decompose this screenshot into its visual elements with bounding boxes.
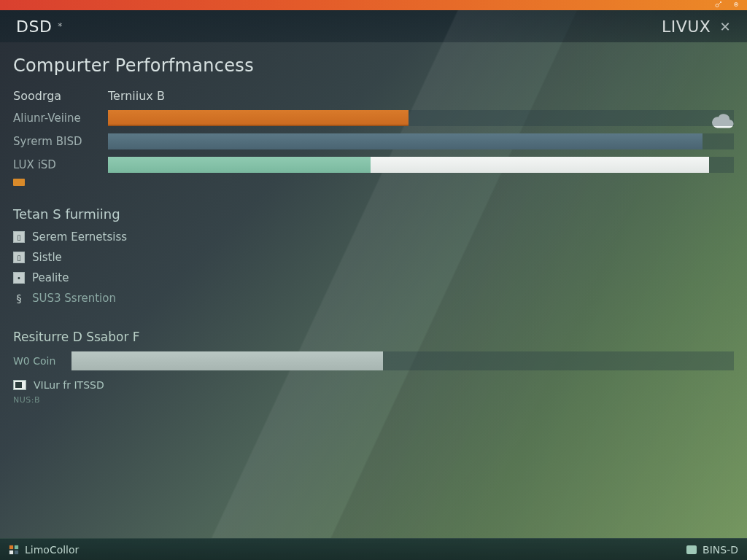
svg-rect-6: [15, 550, 18, 553]
tab-label: DSD: [16, 18, 52, 36]
dot-icon: •: [13, 272, 25, 284]
resource-title: Resiturre D Ssabor F: [13, 330, 734, 344]
tab-dsd[interactable]: DSD*: [10, 15, 69, 39]
perf-row-label: Syrerm BISD: [13, 135, 108, 148]
statusbar-right[interactable]: BINS-D: [686, 544, 738, 556]
list-item[interactable]: • Pealite: [13, 271, 734, 284]
statusbar-right-label: BINS-D: [703, 544, 738, 556]
app-icon: ▯: [13, 231, 25, 243]
resource-tiny-caption: NUS:B: [13, 395, 734, 405]
perf-bar-1: [108, 133, 734, 149]
column-header-1: Soodrga: [13, 89, 108, 103]
settings-dot-icon[interactable]: [731, 0, 741, 9]
content: Compurter Perforfmancess Soodrga Terniiu…: [0, 42, 747, 405]
perf-mini-row: l: [13, 179, 734, 186]
resource-row-label: W0 Coin: [13, 355, 71, 367]
resource-block: Resiturre D Ssabor F W0 Coin VILur fr IT…: [13, 330, 734, 405]
running-list: ▯ Serem Eernetsiss ▯ Sistle • Pealite § …: [13, 230, 734, 305]
module-icon: [686, 545, 697, 554]
svg-rect-5: [9, 550, 13, 553]
perf-bar-2: [108, 157, 734, 173]
key-icon[interactable]: [713, 0, 724, 9]
checkbox-icon[interactable]: [13, 380, 26, 390]
mini-badge-icon: [13, 179, 25, 186]
tab-bar: DSD* LIVUX ✕: [0, 10, 747, 42]
perf-bar-1-fill: [108, 133, 703, 149]
statusbar-left-label: LimoCollor: [25, 544, 79, 556]
page-title: Compurter Perforfmancess: [13, 55, 734, 76]
list-item-label: Pealite: [32, 271, 69, 284]
list-item[interactable]: ▯ Sistle: [13, 251, 734, 264]
resource-checkbox-row[interactable]: VILur fr ITSSD: [13, 379, 734, 391]
list-item-label: Serem Eernetsiss: [32, 230, 127, 244]
list-item-label: SUS3 Ssrention: [32, 292, 116, 305]
column-header-2: Terniiux B: [108, 89, 734, 103]
svg-point-2: [735, 4, 737, 5]
tab-livux[interactable]: LIVUX ✕: [656, 15, 737, 39]
list-item-label: Sistle: [32, 251, 62, 264]
svg-rect-4: [15, 545, 18, 548]
perf-row-label: Aliunr-Veiine: [13, 112, 108, 125]
checkbox-label: VILur fr ITSSD: [34, 379, 104, 391]
app-icon: ▯: [13, 252, 25, 263]
perf-bar-2-fill-a: [108, 157, 371, 173]
resource-row: W0 Coin: [13, 351, 734, 370]
palette-icon: [9, 545, 19, 555]
titlebar: [0, 0, 747, 10]
resource-bar: [71, 351, 734, 370]
svg-point-0: [716, 4, 719, 7]
tab-badge: *: [58, 21, 63, 31]
perf-bar-0-fill: [108, 110, 409, 126]
perf-row-label: LUX iSD: [13, 158, 108, 171]
list-item[interactable]: ▯ Serem Eernetsiss: [13, 230, 734, 244]
performance-table: Soodrga Terniiux B Aliunr-Veiine Syrerm …: [13, 89, 734, 173]
statusbar-left[interactable]: LimoCollor: [9, 544, 79, 556]
window-controls: [713, 0, 741, 9]
resource-bar-fill: [71, 351, 383, 370]
close-icon[interactable]: ✕: [719, 19, 731, 34]
perf-bar-0: [108, 110, 734, 126]
list-item[interactable]: § SUS3 Ssrention: [13, 292, 734, 305]
status-bar: LimoCollor BINS-D: [0, 538, 747, 560]
svg-rect-3: [9, 545, 13, 548]
pin-icon: §: [13, 292, 25, 304]
running-title: Tetan S furmiing: [13, 206, 734, 222]
tab-label: LIVUX: [662, 18, 711, 36]
